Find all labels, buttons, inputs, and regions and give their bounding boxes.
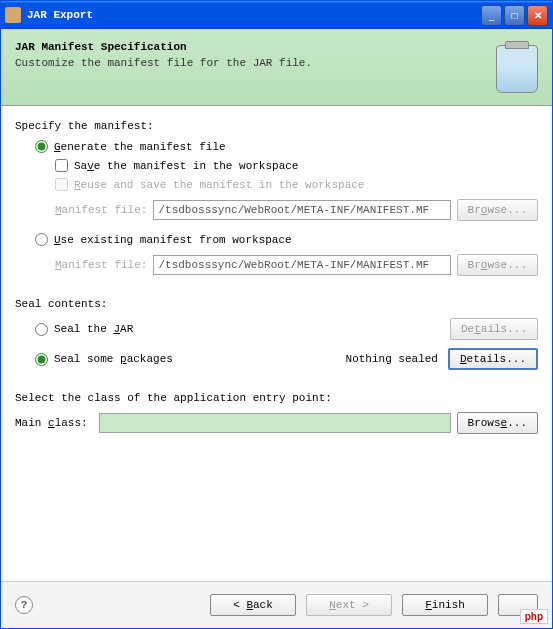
manifest-file-input-1 [153,200,450,220]
browse-button-2: Browse... [457,254,538,276]
manifest-file-row-2: Manifest file: Browse... [55,254,538,276]
reuse-manifest-checkbox [55,178,68,191]
seal-jar-radio[interactable] [35,323,48,336]
main-class-browse-button[interactable]: Browse... [457,412,538,434]
seal-jar-label[interactable]: Seal the JAR [54,323,133,335]
window-title: JAR Export [27,9,481,21]
reuse-manifest-check-row: Reuse and save the manifest in the works… [55,178,538,191]
seal-some-label[interactable]: Seal some packages [54,353,173,365]
seal-jar-row: Seal the JAR Details... [35,318,538,340]
use-existing-radio-row: Use existing manifest from workspace [35,233,538,246]
seal-jar-details-button: Details... [450,318,538,340]
back-button[interactable]: < Back [210,594,296,616]
manifest-file-label-1: Manifest file: [55,204,147,216]
next-button: Next > [306,594,392,616]
wizard-header: JAR Manifest Specification Customize the… [1,29,552,106]
manifest-file-input-2 [153,255,450,275]
generate-manifest-label[interactable]: Generate the manifest file [54,141,226,153]
content-area: Specify the manifest: Generate the manif… [1,106,552,581]
header-title: JAR Manifest Specification [15,41,496,53]
use-existing-radio[interactable] [35,233,48,246]
save-manifest-label[interactable]: Save the manifest in the workspace [74,160,298,172]
finish-button[interactable]: Finish [402,594,488,616]
app-icon [5,7,21,23]
watermark: php [520,609,548,624]
dialog-window: JAR Export _ □ ✕ JAR Manifest Specificat… [0,0,553,629]
manifest-file-row-1: Manifest file: Browse... [55,199,538,221]
main-class-label: Main class: [15,417,93,429]
entry-point-label: Select the class of the application entr… [15,392,538,404]
close-button[interactable]: ✕ [527,5,548,26]
specify-manifest-label: Specify the manifest: [15,120,538,132]
wizard-footer: ? < Back Next > Finish [1,581,552,628]
seal-some-row: Seal some packages Nothing sealed Detail… [35,348,538,370]
manifest-file-label-2: Manifest file: [55,259,147,271]
seal-status: Nothing sealed [346,353,438,365]
jar-icon [496,45,538,93]
titlebar[interactable]: JAR Export _ □ ✕ [1,1,552,29]
minimize-button[interactable]: _ [481,5,502,26]
seal-some-details-button[interactable]: Details... [448,348,538,370]
browse-button-1: Browse... [457,199,538,221]
header-subtitle: Customize the manifest file for the JAR … [15,57,496,69]
seal-contents-label: Seal contents: [15,298,538,310]
generate-manifest-radio[interactable] [35,140,48,153]
reuse-manifest-label: Reuse and save the manifest in the works… [74,179,364,191]
save-manifest-checkbox[interactable] [55,159,68,172]
main-class-row: Main class: Browse... [15,412,538,434]
use-existing-label[interactable]: Use existing manifest from workspace [54,234,292,246]
window-controls: _ □ ✕ [481,5,548,26]
generate-manifest-radio-row: Generate the manifest file [35,140,538,153]
main-class-input[interactable] [99,413,451,433]
maximize-button[interactable]: □ [504,5,525,26]
help-icon[interactable]: ? [15,596,33,614]
seal-some-radio[interactable] [35,353,48,366]
save-manifest-check-row: Save the manifest in the workspace [55,159,538,172]
